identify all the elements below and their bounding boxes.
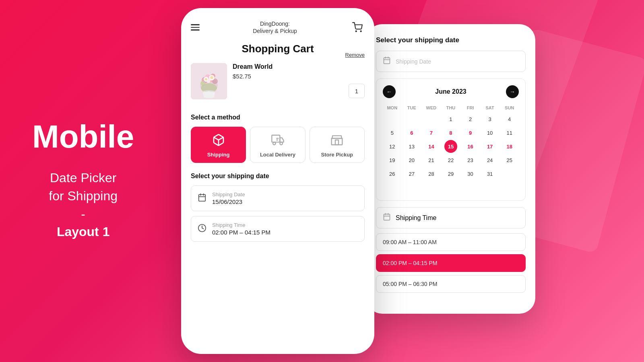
svg-point-18 xyxy=(273,142,276,145)
store-pickup-icon xyxy=(330,134,343,148)
p2-time-placeholder: Shipping Time xyxy=(396,214,436,222)
method-store-pickup[interactable]: Store Pickup xyxy=(310,127,365,163)
next-month-button[interactable]: → xyxy=(506,85,519,98)
cal-day-header: WED xyxy=(422,104,441,112)
shipping-label: Shipping xyxy=(207,152,230,158)
calendar-day[interactable]: 15 xyxy=(444,140,457,153)
calendar-grid: MONTUEWEDTHUFRISATSUN1234567891011121314… xyxy=(383,104,519,194)
calendar-day[interactable]: 24 xyxy=(483,154,496,167)
svg-point-19 xyxy=(280,142,283,145)
store-pickup-label: Store Pickup xyxy=(321,152,353,158)
calendar-day[interactable]: 30 xyxy=(464,167,477,180)
shipping-date-content: Shipping Date 15/06/2023 xyxy=(212,191,245,205)
cal-day-header: SUN xyxy=(500,104,519,112)
shipping-time-label: Shipping Time xyxy=(212,222,270,228)
shipping-date-label: Shipping Date xyxy=(212,191,245,197)
svg-point-14 xyxy=(205,78,207,80)
calendar-day[interactable]: 20 xyxy=(405,154,418,167)
calendar-day[interactable]: 25 xyxy=(503,154,516,167)
calendar-day[interactable]: 13 xyxy=(405,140,418,153)
cart-item: Dream World Remove $52.75 1 xyxy=(191,63,365,106)
calendar-day[interactable]: 9 xyxy=(464,126,477,139)
p2-date-field[interactable]: Shipping Date xyxy=(376,51,526,72)
shipping-date-field[interactable]: Shipping Date 15/06/2023 xyxy=(191,185,365,211)
calendar-day[interactable]: 23 xyxy=(464,154,477,167)
calendar-day[interactable]: 7 xyxy=(425,126,438,139)
calendar-day[interactable]: 17 xyxy=(483,140,496,153)
remove-button[interactable]: Remove xyxy=(345,52,365,58)
shipping-date-value: 15/06/2023 xyxy=(212,198,245,205)
calendar-day[interactable]: 5 xyxy=(386,126,398,139)
quantity-box[interactable]: 1 xyxy=(349,84,365,98)
p2-clock-icon xyxy=(383,213,391,223)
method-buttons: Shipping Local Delivery xyxy=(191,127,365,163)
cal-day-header: TUE xyxy=(402,104,421,112)
calendar-day[interactable]: 21 xyxy=(425,154,438,167)
calendar-day[interactable]: 10 xyxy=(483,126,496,139)
method-local-delivery[interactable]: Local Delivery xyxy=(250,127,305,163)
time-slot-2[interactable]: 05:00 PM – 06:30 PM xyxy=(376,275,526,293)
product-name: Dream World xyxy=(233,63,272,70)
svg-rect-30 xyxy=(384,58,390,64)
time-slot-1[interactable]: 02:00 PM – 04:15 PM xyxy=(376,254,526,272)
calendar-day xyxy=(386,113,398,125)
calendar-day[interactable]: 29 xyxy=(444,167,457,180)
app-name: DingDoong: Delivery & Pickup xyxy=(253,20,297,35)
product-price: $52.75 xyxy=(233,73,365,80)
calendar-day xyxy=(405,113,418,125)
svg-point-1 xyxy=(361,31,361,32)
cal-day-header: SAT xyxy=(481,104,500,112)
calendar-day xyxy=(386,181,398,194)
cart-icon[interactable] xyxy=(350,20,365,35)
calendar-day[interactable]: 31 xyxy=(483,167,496,180)
calendar-day[interactable]: 28 xyxy=(425,167,438,180)
clock-icon xyxy=(198,224,206,234)
cal-day-header: THU xyxy=(442,104,460,112)
svg-rect-22 xyxy=(332,138,343,145)
shipping-icon xyxy=(212,134,225,148)
method-shipping[interactable]: Shipping xyxy=(191,127,246,163)
calendar-day[interactable]: 26 xyxy=(386,167,398,180)
calendar-day[interactable]: 3 xyxy=(483,113,496,125)
calendar-day[interactable]: 4 xyxy=(503,113,516,125)
p2-section-title: Select your shipping date xyxy=(376,36,526,44)
local-delivery-label: Local Delivery xyxy=(260,152,295,158)
calendar-day[interactable]: 22 xyxy=(444,154,457,167)
svg-rect-17 xyxy=(272,135,280,142)
svg-rect-23 xyxy=(335,140,339,145)
shipping-time-value: 02:00 PM – 04:15 PM xyxy=(212,229,270,236)
svg-point-0 xyxy=(356,31,357,32)
calendar-day[interactable]: 2 xyxy=(464,113,477,125)
calendar-day[interactable]: 16 xyxy=(464,140,477,153)
calendar-day xyxy=(425,113,438,125)
product-image xyxy=(191,63,227,99)
calendar-day[interactable]: 1 xyxy=(444,113,457,125)
calendar-month-title: June 2023 xyxy=(435,88,466,95)
calendar-day[interactable]: 18 xyxy=(503,140,516,153)
phone-2-date-picker: Select your shipping date Shipping Date … xyxy=(366,24,535,314)
calendar: ← June 2023 → MONTUEWEDTHUFRISATSUN12345… xyxy=(376,78,526,201)
shopping-cart-title: Shopping Cart xyxy=(191,43,365,55)
cal-day-header: MON xyxy=(383,104,402,112)
shipping-date-section-label: Select your shipping date xyxy=(191,173,365,180)
hamburger-menu-icon[interactable] xyxy=(191,24,200,31)
phone-1-shopping-cart: DingDoong: Delivery & Pickup Shopping Ca… xyxy=(181,8,374,354)
prev-month-button[interactable]: ← xyxy=(383,85,396,98)
calendar-day[interactable]: 8 xyxy=(444,126,457,139)
calendar-day[interactable]: 12 xyxy=(386,140,398,153)
phones-container: DingDoong: Delivery & Pickup Shopping Ca… xyxy=(181,8,535,354)
shipping-time-content: Shipping Time 02:00 PM – 04:15 PM xyxy=(212,222,270,236)
cal-day-header: FRI xyxy=(461,104,480,112)
svg-rect-25 xyxy=(199,195,206,202)
shipping-time-field[interactable]: Shipping Time 02:00 PM – 04:15 PM xyxy=(191,216,365,242)
subtitle: Date Picker for Shipping - Layout 1 xyxy=(32,169,134,241)
page-title: Mobile xyxy=(32,121,134,153)
calendar-day[interactable]: 11 xyxy=(503,126,516,139)
phone-1-header: DingDoong: Delivery & Pickup xyxy=(191,20,365,35)
calendar-day[interactable]: 19 xyxy=(386,154,398,167)
calendar-day[interactable]: 6 xyxy=(405,126,418,139)
time-slot-0[interactable]: 09:00 AM – 11:00 AM xyxy=(376,233,526,251)
calendar-day[interactable]: 14 xyxy=(425,140,438,153)
p2-time-field[interactable]: Shipping Time xyxy=(376,207,526,228)
calendar-day[interactable]: 27 xyxy=(405,167,418,180)
